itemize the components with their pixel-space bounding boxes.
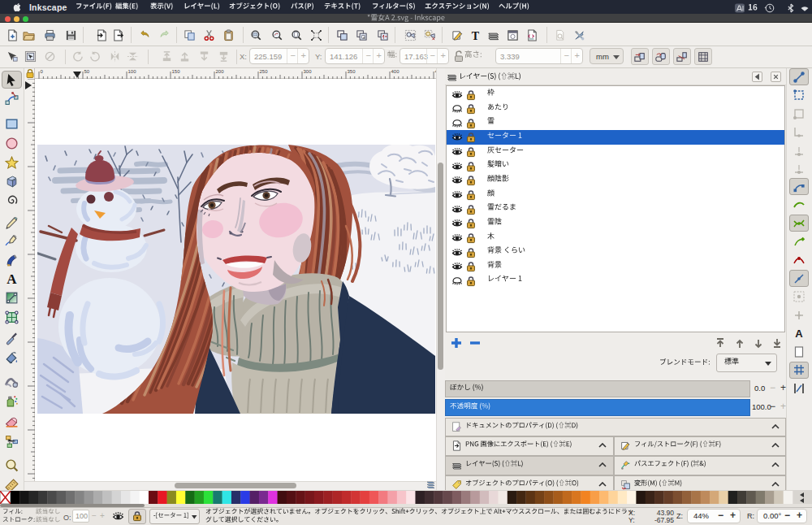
svg-text:A: A <box>6 271 17 285</box>
svg-text:350: 350 <box>348 69 356 74</box>
svg-text:250: 250 <box>260 69 269 74</box>
svg-text:50: 50 <box>84 69 90 74</box>
svg-text:200: 200 <box>216 69 225 74</box>
svg-text:150: 150 <box>172 69 181 74</box>
svg-text:400: 400 <box>391 69 400 74</box>
svg-text:300: 300 <box>304 69 313 74</box>
svg-text:0: 0 <box>41 69 44 74</box>
svg-text:A: A <box>795 328 803 340</box>
svg-text:100: 100 <box>128 69 137 74</box>
svg-text:T: T <box>472 29 480 41</box>
